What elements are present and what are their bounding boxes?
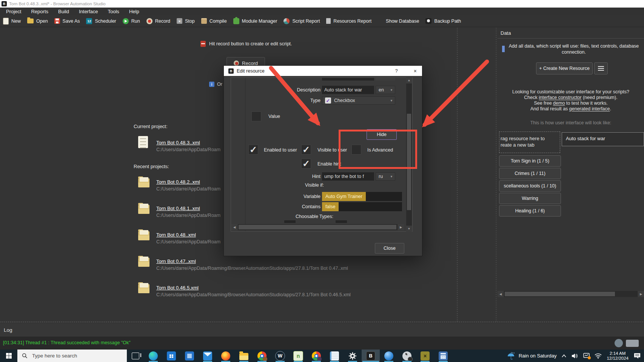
taskbar-search[interactable] [17,350,127,362]
dialog-help-button[interactable]: ? [395,68,398,74]
is-advanced-checkbox[interactable] [351,145,361,155]
record-toolbar-button[interactable]: Record [146,18,170,24]
description-input[interactable]: Auto stack for war [322,86,374,94]
dialog-title-bar[interactable]: B Edit resource ? × [224,66,422,76]
stop-button[interactable]: ×Stop [177,18,195,24]
enabled-to-user-checkbox[interactable]: ✓ [248,145,258,155]
taskbar-blue-circle-app[interactable] [380,350,398,362]
log-splitter[interactable] [0,321,644,323]
resource-menu-button[interactable] [594,62,608,74]
scroll-up-arrow[interactable]: ▲ [406,77,412,83]
group-button-torn-sign-in[interactable]: Torn Sign in (1 / 5) [499,155,561,167]
generated-interface-link[interactable]: generated interface [569,106,610,111]
taskbar-firefox-app[interactable] [217,350,235,362]
drop-zone[interactable]: rag resource here to reate a new tab [499,131,560,153]
backup-path-button[interactable]: Backup Path [425,18,461,24]
hint-lang-dropdown[interactable]: ru▼ [376,172,395,181]
group-button-healing[interactable]: Healing (1 / 6) [499,205,561,217]
taskbar-mail-app[interactable] [199,350,217,362]
menu-reports[interactable]: Reports [31,9,48,14]
log-header[interactable]: Log [0,323,644,337]
active-tab-panel[interactable]: Auto stack for war [562,132,644,146]
scroll-down-arrow[interactable]: ▼ [406,226,412,232]
start-button[interactable] [0,350,17,362]
menu-build[interactable]: Build [58,9,69,14]
taskbar-olive-app[interactable]: × [416,350,434,362]
taskbar-edge-app[interactable] [144,350,162,362]
taskbar-notepad-app[interactable] [325,350,344,362]
interface-constructor-link[interactable]: interface constructor [539,95,581,100]
scrollbar-thumb[interactable] [239,225,396,229]
search-input[interactable] [31,353,112,359]
scroll-left-arrow[interactable]: ◀ [498,291,504,297]
stop-icon: × [177,18,182,24]
current-project-link[interactable]: Torn Bot 0.48.3..xml [156,140,200,145]
menu-project[interactable]: Project [6,9,21,14]
scroll-right-arrow[interactable]: ▶ [398,224,404,230]
type-dropdown[interactable]: ✓ Checkbox ▼ [322,96,395,105]
taskbar-windscribe-app[interactable]: W [271,350,289,362]
new-button[interactable]: New [3,18,21,25]
group-button-warring[interactable]: Warring [499,193,561,204]
scroll-right-arrow[interactable]: ▶ [638,291,644,297]
taskbar-settings-app[interactable] [344,350,362,362]
taskbar-window-app[interactable] [180,350,199,362]
scrollbar-thumb[interactable] [505,292,615,296]
browser-automation-studio-window: B Torn Bot 0.48.3..xml* - Browser Automa… [0,0,644,362]
speaker-icon[interactable] [572,353,578,359]
check-icon: ✓ [302,158,310,169]
tray-app-icon[interactable] [583,353,590,359]
taskbar-notepad-plus-app[interactable]: n [289,350,307,362]
recent-project-link[interactable]: Torn Bot 0.47..xml [156,258,196,264]
menu-tools[interactable]: Tools [108,9,119,14]
wifi-icon[interactable] [595,353,602,359]
recent-project-link[interactable]: Torn Bot 0.48..xml [156,232,196,238]
tray-chevron-up-icon[interactable] [561,354,567,358]
scroll-left-arrow[interactable]: ◀ [231,224,237,230]
recent-project-link[interactable]: Torn Bot 0.48.2..xml [156,179,200,185]
description-lang-dropdown[interactable]: en▼ [376,86,395,94]
taskbar-clock[interactable]: 2:14 AM 12/12/2024 [607,351,629,361]
open-button[interactable]: Open [27,19,48,24]
hint-input[interactable]: ump for the bot to f [322,172,374,181]
taskbar-chrome-profile1-app[interactable] [253,350,271,362]
dialog-close-button[interactable]: × [414,68,417,74]
resources-report-button[interactable]: Resources Report [326,18,371,24]
scrollbar-thumb[interactable] [407,114,411,210]
demo-link[interactable]: demo [553,101,565,106]
group-button-crimes[interactable]: Crimes (1 / 11) [499,168,561,179]
hide-button[interactable]: Hide [367,129,397,140]
menu-help[interactable]: Help [129,9,139,14]
close-dialog-button[interactable]: Close [375,243,404,254]
enable-hint-checkbox[interactable]: ✓ [301,159,311,169]
action-center-icon[interactable] [633,353,641,359]
show-database-button[interactable]: Show Database [378,18,419,24]
panel-inner-splitter[interactable] [495,27,498,321]
compile-button[interactable]: Compile [201,18,227,24]
taskbar-explorer-app[interactable] [235,350,253,362]
script-report-button[interactable]: Script Report [283,18,320,24]
panel-splitter[interactable] [456,27,459,321]
taskbar-clock-app[interactable] [398,350,416,362]
taskbar-bas-app[interactable]: B [362,350,380,362]
folder-icon [138,205,149,214]
weather-widget[interactable]: Rain on Saturday [507,352,556,360]
task-view-button[interactable] [127,350,144,362]
taskbar-calculator-app[interactable] [434,350,452,362]
module-manager-button[interactable]: Module Manager [233,18,277,24]
value-checkbox[interactable] [251,111,261,121]
recent-project-link[interactable]: Torn Bot 0.46.5.xml [156,285,199,291]
taskbar-chrome-profile2-app[interactable] [307,350,325,362]
hamburger-icon [598,66,604,71]
scheduler-button[interactable]: 12Scheduler [86,18,116,24]
menu-interface[interactable]: Interface [79,9,98,14]
save-as-button[interactable]: Save As [54,18,80,24]
recent-project-link[interactable]: Torn Bot 0.48.1..xml [156,206,200,211]
variable-input[interactable]: Auto Gym Trainer [322,192,402,201]
visible-to-user-checkbox[interactable]: ✓ [301,145,311,155]
run-button[interactable]: Run [123,18,140,24]
taskbar-store-app[interactable] [162,350,180,362]
contains-input[interactable]: false [322,202,402,211]
create-new-resource-button[interactable]: + Create New Resource [536,62,593,74]
group-button-miscellaneous-tools[interactable]: scellaneous tools (1 / 10) [499,180,561,192]
